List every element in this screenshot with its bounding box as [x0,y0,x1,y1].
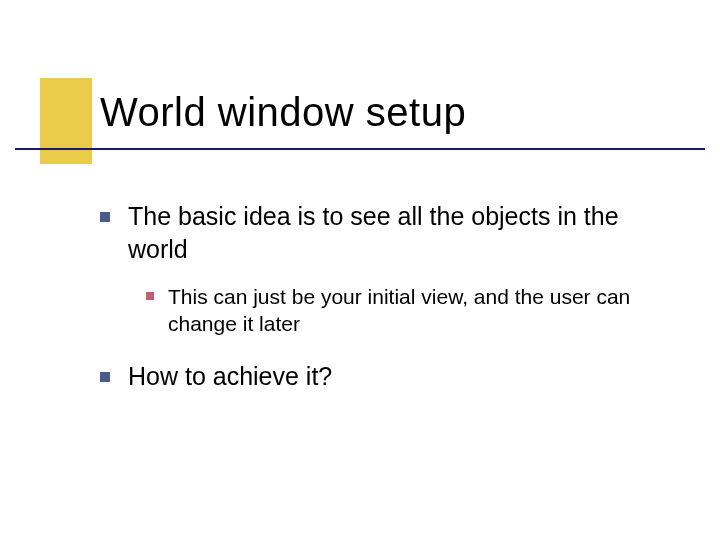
bullet-text: This can just be your initial view, and … [168,283,670,338]
title-accent-box [40,78,92,164]
slide: World window setup The basic idea is to … [0,0,720,540]
title-underline [15,148,705,150]
bullet-level1: The basic idea is to see all the objects… [100,200,670,265]
square-bullet-icon [100,212,110,222]
bullet-level1: How to achieve it? [100,360,670,393]
bullet-text: The basic idea is to see all the objects… [128,200,670,265]
bullet-level2: This can just be your initial view, and … [146,283,670,338]
square-bullet-icon [100,372,110,382]
slide-body: The basic idea is to see all the objects… [100,200,670,410]
bullet-text: How to achieve it? [128,360,332,393]
slide-title: World window setup [100,90,466,135]
square-bullet-icon [146,292,154,300]
